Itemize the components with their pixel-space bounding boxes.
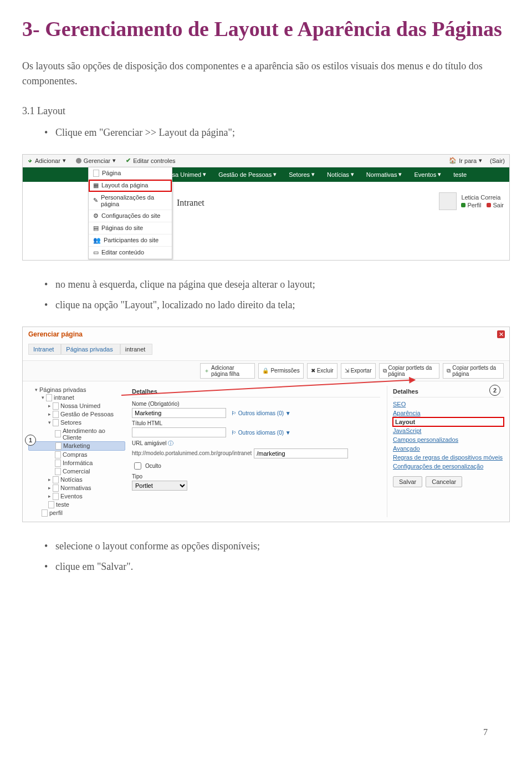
- close-button[interactable]: ✕: [497, 330, 505, 338]
- page-icon: [93, 170, 99, 177]
- page-tree: 1 ▾Páginas privadas ▾intranet ▸Nossa Uni…: [28, 386, 125, 517]
- btn-delete[interactable]: ✖Excluir: [307, 363, 337, 379]
- input-titulo-html[interactable]: [132, 427, 226, 437]
- intro-paragraph: Os layouts são opções de disposição dos …: [22, 59, 510, 89]
- other-langs-link[interactable]: 🏳 Outros idiomas (0) ▼: [231, 410, 291, 416]
- user-signout-link[interactable]: Sair: [487, 202, 504, 208]
- side-layout[interactable]: Layout: [393, 417, 504, 426]
- profile-icon: [461, 203, 466, 207]
- side-config-pers[interactable]: Configurações de personalização: [393, 462, 504, 471]
- btn-add-child[interactable]: ＋Adicionar página filha: [200, 363, 255, 379]
- tree-item[interactable]: ▸Eventos: [28, 492, 125, 501]
- breadcrumb: Intranet Páginas privadas intranet: [23, 341, 509, 360]
- tree-root[interactable]: ▾Páginas privadas: [28, 386, 125, 394]
- copy-icon: ⧉: [383, 368, 387, 374]
- admin-goto[interactable]: 🏠 Ir para ▾: [449, 157, 482, 164]
- tree-item-selected[interactable]: Marketing: [28, 441, 125, 451]
- input-url[interactable]: [254, 448, 348, 458]
- side-javascript[interactable]: JavaScript: [393, 426, 504, 435]
- label-url: URL amigável ⓘ: [132, 440, 380, 447]
- tree-item[interactable]: ▾Setores: [28, 419, 125, 427]
- crumb-3: intranet: [120, 344, 153, 355]
- tree-item[interactable]: Compras: [28, 451, 125, 459]
- subsection-title: 3.1 Layout: [22, 105, 510, 117]
- dropdown-item-participantes[interactable]: 👥Participantes do site: [89, 234, 172, 247]
- btn-copy-portlets-1[interactable]: ⧉Copiar portlets da página: [379, 363, 440, 379]
- dropdown-item-editar[interactable]: ▭Editar conteúdo: [89, 247, 172, 259]
- gear-icon: ⚙: [93, 212, 99, 220]
- tree-item[interactable]: ▸Gestão de Pessoas: [28, 410, 125, 419]
- tree-item[interactable]: perfil: [28, 509, 125, 517]
- dropdown-item-paginas-site[interactable]: ▤Páginas do site: [89, 222, 172, 234]
- input-nome[interactable]: [132, 408, 226, 418]
- gear-icon: [76, 158, 81, 164]
- admin-manage[interactable]: Gerenciar ▾: [76, 157, 116, 164]
- plus-icon: [27, 158, 33, 164]
- admin-edit-controls[interactable]: ✔Editar controles: [126, 157, 175, 164]
- tree-intranet[interactable]: ▾intranet: [28, 394, 125, 402]
- edit-icon: ▭: [93, 249, 99, 256]
- admin-signout[interactable]: (Sair): [490, 157, 505, 164]
- crumb-2[interactable]: Páginas privadas: [61, 344, 120, 355]
- callout-badge-2: 2: [489, 385, 500, 396]
- tree-item[interactable]: Comercial: [28, 467, 125, 476]
- other-langs-link[interactable]: 🏳 Outros idiomas (0) ▼: [231, 430, 291, 436]
- dropdown-item-layout[interactable]: ▦Layout da página: [89, 180, 172, 192]
- dropdown-item-pagina[interactable]: Página: [89, 167, 172, 180]
- nav-item[interactable]: teste: [453, 171, 467, 178]
- users-icon: 👥: [93, 237, 101, 244]
- checkbox-oculto[interactable]: Oculto: [132, 461, 380, 471]
- tree-item[interactable]: ▸Notícias: [28, 476, 125, 484]
- layout-icon: ▦: [93, 182, 99, 189]
- tree-item[interactable]: teste: [28, 501, 125, 509]
- side-campos[interactable]: Campos personalizados: [393, 435, 504, 444]
- step-3: clique na opção "Layout", localizado no …: [55, 295, 510, 315]
- btn-copy-portlets-2[interactable]: ⧉Copiar portlets da página: [443, 363, 504, 379]
- tree-item[interactable]: Informática: [28, 459, 125, 467]
- nav-item[interactable]: Normativas ▾: [366, 171, 402, 178]
- section-heading: 3- Gerenciamento de Layout e Aparência d…: [22, 17, 510, 42]
- step-2: no menu à esquerda, clique na página que…: [55, 274, 510, 295]
- tree-item[interactable]: Atendimento ao Cliente: [28, 427, 125, 441]
- side-regras[interactable]: Regras de regras de dispositivos móveis: [393, 453, 504, 462]
- admin-add[interactable]: Adicionar ▾: [27, 157, 66, 164]
- label-nome: Nome (Obrigatório): [132, 401, 380, 407]
- signout-icon: [487, 203, 491, 207]
- btn-export[interactable]: ⇲Exportar: [341, 363, 376, 379]
- btn-permissions[interactable]: 🔒Permissões: [258, 363, 303, 379]
- side-avancado[interactable]: Avançado: [393, 444, 504, 453]
- side-seo[interactable]: SEO: [393, 400, 504, 409]
- step-4: selecione o layout conforme as opções di…: [55, 536, 510, 557]
- dialog-title: Gerenciar página: [23, 327, 509, 341]
- tree-item[interactable]: ▸Normativas: [28, 484, 125, 492]
- sitemap-icon: ▤: [93, 225, 99, 232]
- user-profile-link[interactable]: Perfil: [461, 202, 481, 208]
- export-icon: ⇲: [345, 368, 349, 374]
- plus-icon: ＋: [204, 367, 209, 375]
- dropdown-item-personal[interactable]: ✎Personalizações da página: [89, 192, 172, 210]
- tree-item[interactable]: ▸Nossa Unimed: [28, 402, 125, 410]
- help-icon[interactable]: ⓘ: [168, 440, 173, 446]
- nav-item[interactable]: Gestão de Pessoas ▾: [218, 171, 277, 178]
- dropdown-item-config[interactable]: ⚙Configurações do site: [89, 210, 172, 222]
- delete-icon: ✖: [311, 368, 315, 374]
- personal-icon: ✎: [93, 197, 98, 204]
- label-tipo: Tipo: [132, 473, 380, 480]
- user-name: Leticia Correia: [461, 194, 504, 201]
- crumb-1[interactable]: Intranet: [28, 344, 61, 355]
- screenshot-manage-page: Gerenciar página ✕ Intranet Páginas priv…: [22, 327, 510, 522]
- nav-item[interactable]: Setores ▾: [289, 171, 315, 178]
- label-titulo-html: Título HTML: [132, 420, 380, 426]
- nav-item[interactable]: Eventos ▾: [414, 171, 441, 178]
- save-button[interactable]: Salvar: [393, 476, 422, 487]
- url-base: http://modelo.portalunimed.com.br/group/…: [132, 450, 252, 456]
- form-details: Detalhes Nome (Obrigatório) 🏳 Outros idi…: [132, 386, 380, 517]
- select-tipo[interactable]: Portlet: [132, 481, 187, 491]
- cancel-button[interactable]: Cancelar: [426, 476, 462, 487]
- page-toolbar: ＋Adicionar página filha 🔒Permissões ✖Exc…: [23, 360, 509, 381]
- nav-item[interactable]: Notícias ▾: [327, 171, 354, 178]
- side-panel: 2 Detalhes SEO Aparência Layout JavaScri…: [387, 386, 504, 517]
- user-box: Leticia Correia Perfil Sair: [439, 192, 504, 210]
- check-icon: ✔: [126, 157, 131, 164]
- side-aparencia[interactable]: Aparência: [393, 409, 504, 417]
